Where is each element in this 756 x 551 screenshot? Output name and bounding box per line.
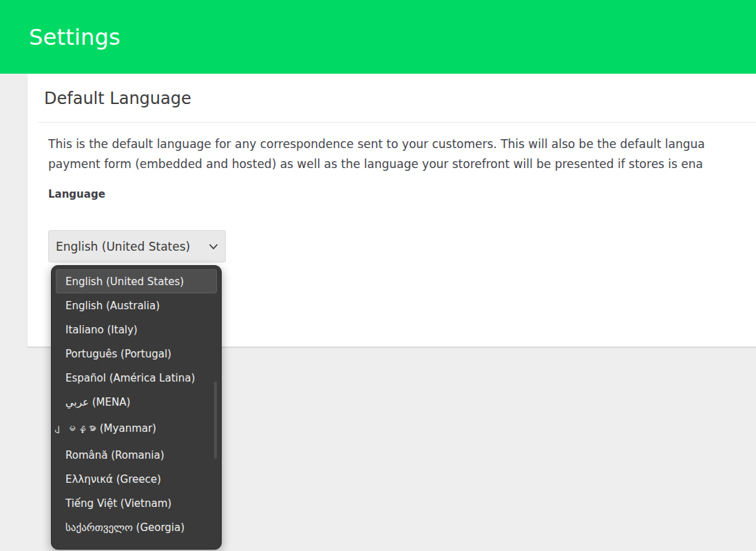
dropdown-option[interactable]: Español (América Latina) xyxy=(56,366,217,390)
card-heading: Default Language xyxy=(44,89,191,108)
dropdown-option[interactable]: Português (Portugal) xyxy=(56,342,217,366)
dropdown-option[interactable]: Ελληνικά (Greece) xyxy=(56,467,217,491)
page-title: Settings xyxy=(29,24,120,50)
dropdown-option[interactable]: ျမန္မာ (Myanmar) xyxy=(56,414,217,443)
language-label: Language xyxy=(48,188,105,200)
dropdown-scrollbar[interactable] xyxy=(214,382,217,459)
language-dropdown-options: English (United States)English (Australi… xyxy=(56,269,217,539)
dropdown-option[interactable]: Tiếng Việt (Vietnam) xyxy=(56,491,217,515)
card-description: This is the default language for any cor… xyxy=(48,134,705,174)
description-line: This is the default language for any cor… xyxy=(48,134,705,154)
language-select[interactable]: English (United States) xyxy=(48,230,226,262)
divider xyxy=(39,122,756,123)
language-dropdown: English (United States)English (Australi… xyxy=(51,265,222,550)
dropdown-option[interactable]: English (Australia) xyxy=(56,293,217,318)
description-line: payment form (embedded and hosted) as we… xyxy=(48,154,705,174)
page-header: Settings xyxy=(0,0,756,74)
dropdown-option[interactable]: Italiano (Italy) xyxy=(56,318,217,342)
dropdown-option[interactable]: عربي (MENA) xyxy=(56,390,217,414)
chevron-down-icon xyxy=(208,241,219,252)
dropdown-option[interactable]: English (United States) xyxy=(56,269,217,293)
dropdown-option[interactable]: Română (Romania) xyxy=(56,443,217,467)
language-select-value: English (United States) xyxy=(56,240,190,253)
dropdown-option[interactable]: საქართველო (Georgia) xyxy=(56,515,217,539)
